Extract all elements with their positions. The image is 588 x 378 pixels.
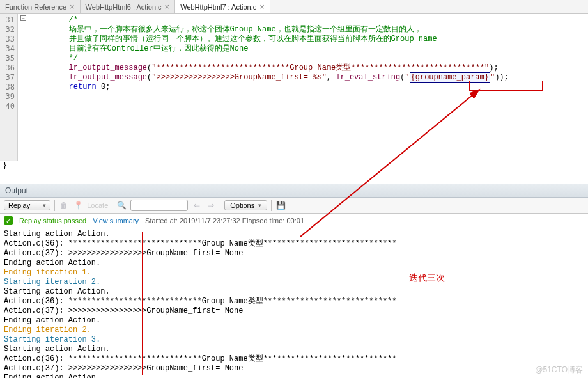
log-line: Action.c(36): **************************… [4,239,584,249]
replay-combo[interactable]: Replay ▾ [4,200,50,210]
tab[interactable]: Function Reference× [0,0,81,13]
fn-call: lr_output_message [69,63,147,72]
next-result-icon[interactable]: ⇒ [206,200,216,210]
comment: */ [69,54,78,63]
string: ">>>>>>>>>>>>>>>>>GroupName_first= %s" [151,73,327,82]
close-icon[interactable]: × [259,2,265,12]
fold-toggle-icon[interactable]: − [20,15,26,21]
tab-label: Function Reference [5,3,66,11]
tab-label: WebHttpHtml7 : Action.c [180,3,256,11]
log-line: Action.c(37): >>>>>>>>>>>>>>>>>GroupName… [4,306,584,316]
indent [32,54,69,63]
fn-call: lr_output_message [69,73,147,82]
log-line: Ending iteration 1. [4,268,584,278]
prev-result-icon[interactable]: ⇐ [192,200,202,210]
comment: 场景中，一个脚本有很多人来运行，称这个团体Group Name，也就是指这一个组… [69,25,422,34]
log-line: Action.c(37): >>>>>>>>>>>>>>>>>GroupName… [4,249,584,258]
log-line: Action.c(37): >>>>>>>>>>>>>>>>>GroupName… [4,364,584,374]
separator [54,200,55,211]
log-line: Ending action Action. [4,316,584,326]
indent [32,25,69,34]
locate-icon[interactable]: 📍 [73,200,83,210]
comment: /* [69,15,78,24]
string: "*****************************Group Name… [151,63,489,72]
output-toolbar: Replay ▾ 🗑 📍 Locate 🔍 ⇐ ⇒ Options ▾ 💾 [0,198,588,214]
line-gutter: 31 32 33 34 35 36 37 38 39 40 [0,14,18,161]
log-line: Starting action Action. [4,230,584,239]
log-line: Starting iteration 3. [4,335,584,345]
log-line: Ending action Action. [4,374,584,378]
log-line: Ending iteration 2. [4,326,584,335]
log-line: Starting action Action. [4,287,584,297]
string: " [490,73,495,82]
separator [220,200,220,211]
close-icon[interactable]: × [165,2,170,12]
tab-label: WebHttpHtml6 : Action.c [86,3,162,11]
indent [32,63,69,72]
chevron-down-icon: ▾ [43,202,46,209]
log-line: Action.c(36): **************************… [4,297,584,306]
code-area[interactable]: /* 场景中，一个脚本有很多人来运行，称这个团体Group Name，也就是指这… [29,14,588,161]
keyword: return [69,83,97,91]
search-icon[interactable]: 🔍 [116,200,127,210]
string: " [405,73,409,82]
check-icon: ✓ [4,216,13,225]
tab-bar: Function Reference×WebHttpHtml6 : Action… [0,0,588,14]
log-line: Action.c(36): **************************… [4,354,584,364]
indent [32,73,69,82]
code-close-brace: } [0,161,588,171]
output-log[interactable]: Starting action Action.Action.c(36): ***… [0,228,588,378]
save-icon[interactable]: 💾 [275,200,286,210]
tab[interactable]: WebHttpHtml7 : Action.c× [175,0,270,13]
indent [32,15,69,24]
locate-label: Locate [87,201,108,209]
options-button[interactable]: Options ▾ [224,200,267,210]
fn-call: lr_eval_string [336,73,400,82]
log-line: Ending action Action. [4,258,584,268]
chevron-down-icon: ▾ [258,202,261,209]
param-highlight: {groupname_param} [410,72,490,83]
search-input[interactable] [130,200,188,211]
view-summary-link[interactable]: View summary [93,217,139,224]
indent [32,35,69,43]
separator [271,200,272,211]
replay-status-bar: ✓ Replay status passed View summary Star… [0,214,588,228]
log-line: Starting action Action. [4,345,584,354]
code-editor: 31 32 33 34 35 36 37 38 39 40 − /* 场景中，一… [0,14,588,161]
close-icon[interactable]: × [70,2,75,12]
log-line: Starting iteration 2. [4,278,584,287]
output-panel-title: Output [0,184,588,198]
comment: 目前没有在Controller中运行，因此获得的是None [69,44,249,53]
status-meta: Started at: 2019/11/7 23:27:32 Elapsed t… [145,217,304,224]
separator [112,200,112,211]
literal: 0; [97,83,111,91]
watermark: @51CTO博客 [535,365,583,375]
indent [32,83,69,91]
delete-icon[interactable]: 🗑 [59,200,69,210]
replay-label: Replay [8,201,30,209]
fold-gutter: − [18,14,29,161]
options-label: Options [230,201,254,209]
comment: 并且做了同样的事情（运行同一个脚本）。通过这个参数，可以在脚本里面获得当前脚本所… [69,35,437,43]
tab[interactable]: WebHttpHtml6 : Action.c× [81,0,176,13]
status-passed: Replay status passed [19,217,86,224]
indent [32,44,69,53]
